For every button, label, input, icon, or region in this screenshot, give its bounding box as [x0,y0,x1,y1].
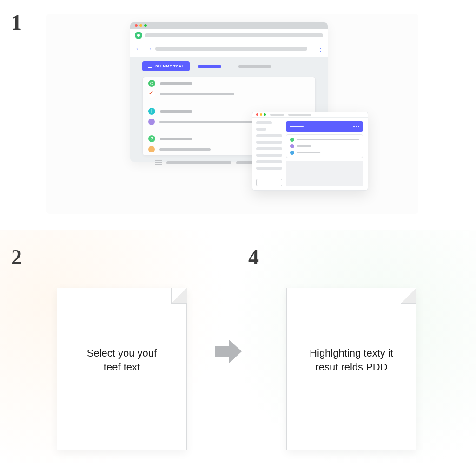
avatar-icon [148,146,155,152]
close-icon[interactable] [256,113,258,116]
item-desc [159,148,211,151]
arrow-right-icon [215,339,243,364]
dot-icon [290,151,294,155]
step-number-4: 4 [248,245,259,270]
favicon-icon [135,32,142,39]
popup-card [286,134,363,158]
item-text [297,145,311,147]
result-document: Highlghting texty it resut relds PDD [286,288,416,450]
result-document-text: Highlghting texty it resut relds PDD [287,346,416,374]
maximize-icon[interactable] [144,24,147,27]
tab-title-placeholder [145,33,323,37]
info-icon [148,108,155,115]
primary-action-button[interactable]: SLI MME TOAL [142,61,190,71]
popup-header-bar [286,121,363,132]
popup-window [252,112,368,191]
dot-icon [290,144,294,148]
list-item[interactable] [290,144,359,148]
avatar-icon [148,119,155,125]
page-fold-icon [171,288,187,304]
forward-icon[interactable]: → [145,45,152,53]
dot-icon [290,138,294,142]
browser-tab-row [130,29,328,42]
step-number-1: 1 [11,10,22,35]
popup-main [286,118,368,190]
item-text [297,152,320,153]
popup-header-dots[interactable] [353,126,359,127]
minimize-icon[interactable] [139,24,142,27]
popup-tab [270,114,284,116]
list-item[interactable] [148,80,310,87]
browser-toolbar: ← → ⋮ [130,42,328,57]
page-fold-icon [401,288,416,304]
popup-content-area [286,161,363,186]
back-icon[interactable]: ← [135,45,142,53]
item-title [160,138,192,140]
item-title [160,82,192,85]
popup-sidebar [252,118,286,190]
tab-inactive[interactable] [238,65,271,68]
help-icon [148,135,155,142]
list-icon[interactable] [155,160,162,165]
primary-action-label: SLI MME TOAL [155,64,184,68]
popup-header-label [290,126,304,127]
window-titlebar [130,22,328,29]
menu-icon[interactable]: ⋮ [317,44,323,53]
address-bar[interactable] [155,47,307,51]
item-text [297,139,359,140]
app-toolbar: SLI MME TOAL [142,61,316,71]
tab-separator [230,63,230,70]
tab-active[interactable] [198,65,221,68]
step-4-panel: 4 Highlghting texty it resut relds PDD [238,230,476,463]
list-item[interactable] [290,151,359,155]
source-document: Select you youf teef text [57,288,187,450]
minimize-icon[interactable] [260,113,262,116]
source-document-text: Select you youf teef text [57,346,186,374]
check-icon [148,91,155,98]
browser-illustration-panel: ← → ⋮ SLI MME TOAL [46,14,418,214]
item-desc [160,93,234,95]
maximize-icon[interactable] [264,113,266,116]
popup-titlebar [252,112,368,118]
close-icon[interactable] [135,24,138,27]
popup-tab [288,114,311,116]
item-title [160,110,192,113]
footer-text-1 [166,161,231,164]
hamburger-icon [148,65,152,68]
chat-icon [148,80,155,87]
step-number-2: 2 [11,245,22,270]
sidebar-button[interactable] [256,179,282,186]
step-2-panel: 2 Select you youf teef text [0,230,238,463]
list-item[interactable] [290,138,359,142]
list-item[interactable] [148,91,310,98]
